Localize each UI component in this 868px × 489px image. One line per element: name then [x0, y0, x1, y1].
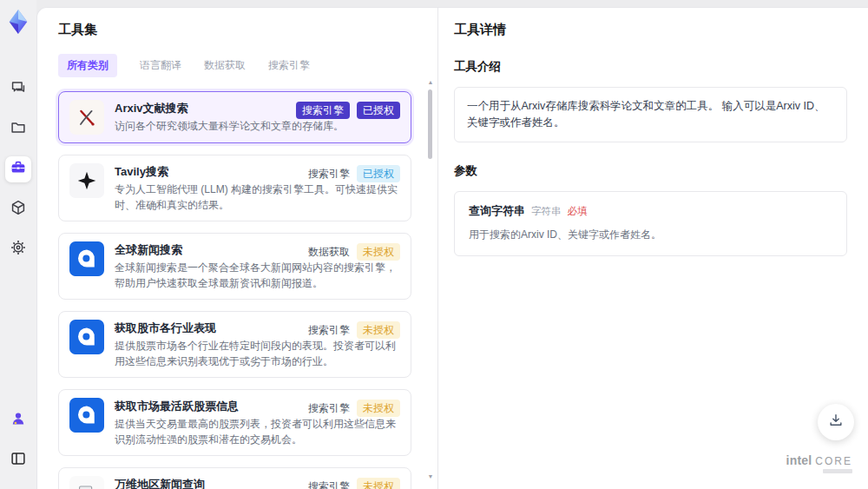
tool-badges: 搜索引擎已授权	[308, 165, 400, 182]
sidebar-item-settings[interactable]	[5, 236, 31, 262]
category-badge: 搜索引擎	[308, 165, 350, 182]
category-badge: 数据获取	[308, 243, 350, 261]
gear-icon	[9, 238, 28, 261]
category-badge: 搜索引擎	[308, 478, 350, 489]
chat-icon	[9, 78, 28, 101]
cube-icon	[9, 198, 28, 221]
tool-list-panel: 工具集 所有类别语言翻译数据获取搜索引擎 Arxiv文献搜索 访问各个研究领域大…	[37, 8, 437, 489]
folder-icon	[9, 118, 28, 141]
qblue-icon	[69, 241, 104, 276]
category-badge: 搜索引擎	[308, 321, 350, 339]
user-avatar-icon	[9, 409, 28, 432]
intel-brand-text: intel	[786, 453, 812, 467]
user-avatar[interactable]	[5, 407, 31, 433]
param-description: 用于搜索的Arxiv ID、关键字或作者姓名。	[469, 227, 832, 242]
tool-card-3[interactable]: 获取股市各行业表现 提供股票市场各个行业在特定时间段内的表现。投资者可以利用这些…	[58, 311, 411, 378]
panel-toggle-icon	[9, 449, 28, 472]
intro-heading: 工具介绍	[454, 59, 847, 75]
tool-badges: 搜索引擎已授权	[296, 102, 400, 119]
param-required-flag: 必填	[568, 205, 588, 218]
status-badge: 未授权	[357, 321, 400, 339]
tab-2[interactable]: 数据获取	[204, 54, 246, 77]
tool-card-4[interactable]: 获取市场最活跃股票信息 提供当天交易量最高的股票列表，投资者可以利用这些信息来识…	[58, 389, 411, 456]
qblue-icon	[69, 320, 104, 354]
download-button[interactable]	[818, 404, 854, 440]
sidebar-item-tools[interactable]	[5, 156, 31, 182]
panel-toggle-button[interactable]	[5, 447, 31, 473]
detail-title: 工具详情	[454, 22, 847, 38]
tool-card-5[interactable]: 万维地区新闻查询 查询具体行政区划内的新闻，快速了解各地新闻动态 搜索引擎未授权	[58, 467, 411, 489]
toolbox-icon	[9, 158, 28, 181]
category-tabs: 所有类别语言翻译数据获取搜索引擎	[58, 54, 420, 77]
status-badge: 已授权	[357, 102, 400, 119]
status-badge: 搜索引擎	[296, 102, 350, 119]
tool-description: 访问各个研究领域大量科学论文和文章的存储库。	[115, 118, 400, 134]
tool-card-1[interactable]: Tavily搜索 专为人工智能代理 (LLM) 构建的搜索引擎工具。可快速提供实…	[58, 155, 411, 221]
qblue-icon	[69, 398, 104, 433]
download-icon	[827, 412, 845, 433]
tool-description: 全球新闻搜索是一个聚合全球各大新闻网站内容的搜索引擎，帮助用户快速获取全球最新资…	[115, 260, 400, 291]
params-heading: 参数	[454, 163, 847, 179]
tool-detail-panel: 工具详情 工具介绍 一个用于从Arxiv存储库搜索科学论文和文章的工具。 输入可…	[437, 8, 868, 489]
scrollbar-thumb[interactable]	[428, 89, 432, 159]
sidebar-item-plugins[interactable]	[5, 196, 31, 222]
tool-card-list: Arxiv文献搜索 访问各个研究领域大量科学论文和文章的存储库。 搜索引擎已授权…	[58, 91, 420, 489]
sidebar-item-chat[interactable]	[5, 76, 31, 102]
tool-badges: 数据获取未授权	[308, 243, 400, 261]
newspaper-icon	[69, 476, 104, 489]
tab-0[interactable]: 所有类别	[58, 54, 117, 77]
intro-text: 一个用于从Arxiv存储库搜索科学论文和文章的工具。 输入可以是Arxiv ID…	[467, 100, 825, 129]
tool-description: 提供股票市场各个行业在特定时间段内的表现。投资者可以利用这些信息来识别表现优于或…	[115, 338, 400, 369]
tool-description: 专为人工智能代理 (LLM) 构建的搜索引擎工具。可快速提供实时、准确和真实的结…	[115, 182, 400, 213]
tool-card-0[interactable]: Arxiv文献搜索 访问各个研究领域大量科学论文和文章的存储库。 搜索引擎已授权	[58, 91, 411, 143]
param-card: 查询字符串 字符串 必填 用于搜索的Arxiv ID、关键字或作者姓名。	[454, 191, 847, 256]
status-badge: 未授权	[357, 478, 400, 489]
app-logo-icon	[5, 9, 31, 35]
intel-core-logo: intel CORE	[786, 453, 852, 473]
tool-card-2[interactable]: 全球新闻搜索 全球新闻搜索是一个聚合全球各大新闻网站内容的搜索引擎，帮助用户快速…	[58, 233, 411, 300]
sparkle-icon	[69, 163, 104, 198]
tool-badges: 搜索引擎未授权	[308, 321, 400, 339]
tool-description: 提供当天交易量最高的股票列表，投资者可以利用这些信息来识别流动性强的股票和潜在的…	[115, 416, 400, 447]
status-badge: 已授权	[357, 165, 400, 182]
main-surface: 工具集 所有类别语言翻译数据获取搜索引擎 Arxiv文献搜索 访问各个研究领域大…	[36, 7, 868, 489]
status-badge: 未授权	[357, 400, 400, 417]
status-badge: 未授权	[357, 243, 400, 261]
tool-badges: 搜索引擎未授权	[308, 400, 400, 417]
scroll-up-arrow[interactable]: ▲	[426, 79, 435, 86]
intel-logo-sub-mark	[823, 469, 852, 473]
tool-badges: 搜索引擎未授权	[308, 478, 400, 489]
sidebar	[0, 0, 36, 489]
param-name: 查询字符串	[469, 203, 525, 219]
app-window: 工具集 所有类别语言翻译数据获取搜索引擎 Arxiv文献搜索 访问各个研究领域大…	[0, 0, 868, 489]
list-scrollbar: ▲ ▼	[426, 79, 435, 480]
core-brand-text: CORE	[815, 455, 852, 467]
category-badge: 搜索引擎	[308, 400, 350, 417]
param-type: 字符串	[531, 205, 562, 218]
scroll-down-arrow[interactable]: ▼	[426, 473, 435, 480]
page-title: 工具集	[58, 22, 420, 38]
tab-3[interactable]: 搜索引擎	[268, 54, 310, 77]
arxiv-icon	[69, 100, 104, 135]
tab-1[interactable]: 语言翻译	[140, 54, 181, 77]
sidebar-item-files[interactable]	[5, 116, 31, 142]
intro-box: 一个用于从Arxiv存储库搜索科学论文和文章的工具。 输入可以是Arxiv ID…	[454, 87, 847, 142]
params-list: 查询字符串 字符串 必填 用于搜索的Arxiv ID、关键字或作者姓名。	[454, 191, 847, 256]
